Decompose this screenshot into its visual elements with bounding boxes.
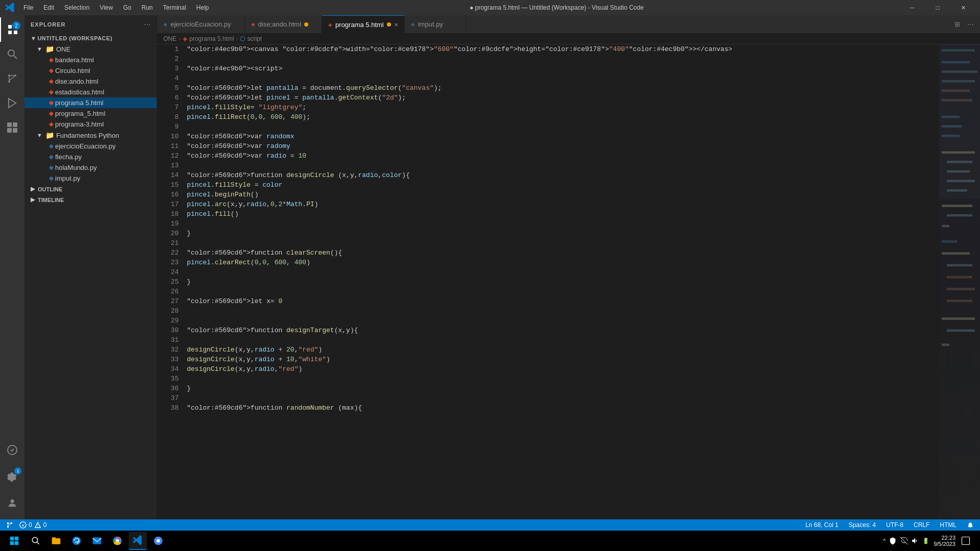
branch-status[interactable] — [4, 521, 15, 529]
menu-selection[interactable]: Selection — [60, 3, 93, 12]
minimize-button[interactable]: ─ — [900, 0, 924, 15]
error-count: 0 — [29, 521, 32, 529]
code-line: "color:#569cd6">function randomNumber (m… — [187, 403, 939, 413]
settings-item[interactable]: 1 — [0, 464, 24, 489]
sidebar-title: EXPLORER — [31, 21, 66, 28]
account-item[interactable] — [0, 491, 24, 515]
up-arrow[interactable]: ^ — [883, 538, 886, 544]
activity-test[interactable] — [0, 438, 24, 462]
status-errors[interactable]: ✕ 0 ! 0 — [19, 521, 46, 529]
activity-run[interactable] — [0, 91, 24, 115]
tab-actions: ⊞ ⋯ — [948, 15, 980, 33]
menu-file[interactable]: File — [19, 3, 37, 12]
language-mode[interactable]: HTML — [938, 521, 959, 529]
file-diseando[interactable]: ◈ dise;ando.html — [24, 76, 157, 87]
svg-rect-32 — [947, 276, 972, 279]
code-line: "color:#4ec9b0"><canvas "color:#9cdcfe">… — [187, 44, 939, 54]
split-editor-button[interactable]: ⊞ — [952, 19, 962, 29]
file-programa5b[interactable]: ◈ programa_5.html — [24, 108, 157, 119]
notification-center[interactable] — [960, 535, 972, 547]
minimap — [939, 44, 980, 519]
clock[interactable]: 22:23 9/5/2023 — [934, 535, 955, 547]
code-line: pincel.arc(x,y,radio,0,2*Math.PI) — [187, 199, 939, 209]
svg-rect-7 — [13, 122, 17, 127]
menu-view[interactable]: View — [95, 3, 117, 12]
menu-terminal[interactable]: Terminal — [159, 3, 190, 12]
folder-name: ONE — [56, 45, 70, 53]
taskbar-chrome2[interactable] — [149, 532, 167, 550]
maximize-button[interactable]: □ — [926, 0, 949, 15]
tab-programa5[interactable]: ◈ programa 5.html ✕ — [322, 15, 405, 33]
svg-rect-46 — [15, 537, 19, 541]
notifications[interactable] — [965, 521, 976, 529]
svg-point-49 — [32, 537, 38, 543]
outline-section: ▶ OUTLINE — [24, 184, 157, 194]
code-line — [187, 393, 939, 403]
tab-imput[interactable]: ◈ imput.py ✕ — [405, 15, 466, 33]
file-name: programa-3.html — [55, 120, 104, 128]
ln-col: Ln 68, Col 1 — [805, 521, 839, 529]
indentation[interactable]: Spaces: 4 — [847, 521, 878, 529]
tab-diseando[interactable]: ◈ dise;ando.html ✕ — [245, 15, 323, 33]
timeline-chevron: ▶ — [31, 196, 35, 203]
start-button[interactable] — [4, 531, 24, 551]
breadcrumb-file[interactable]: programa 5.html — [189, 35, 234, 42]
activity-search[interactable] — [0, 42, 24, 66]
folder-fundamentos[interactable]: ▼ 📁 Fundamentos Python — [24, 130, 157, 141]
code-line: "color:#569cd6">var radomy — [187, 141, 939, 151]
minimap-canvas — [939, 44, 980, 519]
tab-ejercicio[interactable]: ◈ ejercicioEcuacion.py ✕ — [157, 15, 245, 33]
breadcrumb-section[interactable]: script — [247, 35, 262, 42]
svg-rect-35 — [942, 317, 975, 320]
activity-explorer[interactable]: 2 — [0, 17, 24, 42]
taskbar-mail[interactable] — [88, 532, 106, 550]
line-numbers: 1234567891011121314151617181920212223242… — [157, 44, 183, 519]
taskbar-edge[interactable] — [67, 532, 86, 550]
taskbar-search[interactable] — [27, 532, 45, 550]
file-name: programa_5.html — [55, 110, 105, 117]
menu-go[interactable]: Go — [119, 3, 135, 12]
close-button[interactable]: ✕ — [951, 0, 975, 15]
code-line: designCircle(x,y,radio + 10,"white") — [187, 355, 939, 364]
html-icon: ◈ — [49, 57, 53, 63]
file-flecha[interactable]: ◈ flecha.py — [24, 152, 157, 162]
workspace-header[interactable]: ▼ UNTITLED (WORKSPACE) — [24, 33, 157, 43]
editor-container: 1234567891011121314151617181920212223242… — [157, 44, 980, 519]
folder-one[interactable]: ▼ 📁 ONE — [24, 43, 157, 55]
file-name: estadisticas.html — [55, 88, 104, 96]
cursor-position[interactable]: Ln 68, Col 1 — [803, 521, 841, 529]
tab-close[interactable]: ✕ — [394, 22, 398, 28]
file-bandera[interactable]: ◈ bandera.html — [24, 55, 157, 65]
activity-source-control[interactable] — [0, 66, 24, 91]
html-icon: ◈ — [49, 78, 53, 85]
taskbar-chrome[interactable] — [108, 532, 127, 550]
timeline-header[interactable]: ▶ TIMELINE — [24, 194, 157, 205]
file-circulo[interactable]: ◈ Circulo.html — [24, 65, 157, 76]
code-line: pincel.fillStyle= "lightgrey"; — [187, 103, 939, 112]
svg-rect-47 — [10, 541, 14, 545]
eol-label: CRLF — [914, 521, 929, 529]
outline-header[interactable]: ▶ OUTLINE — [24, 184, 157, 194]
file-ejercicio[interactable]: ◈ ejercicioEcuacion.py — [24, 141, 157, 152]
menu-run[interactable]: Run — [137, 3, 157, 12]
file-programa5[interactable]: ◈ programa 5.html — [24, 97, 157, 108]
encoding[interactable]: UTF-8 — [884, 521, 905, 529]
eol[interactable]: CRLF — [912, 521, 932, 529]
sidebar-header-icons: ⋯ — [144, 20, 151, 28]
file-holamundo[interactable]: ◈ holaMundo.py — [24, 162, 157, 173]
file-programa3[interactable]: ◈ programa-3.html — [24, 119, 157, 130]
code-area[interactable]: "color:#4ec9b0"><canvas "color:#9cdcfe">… — [183, 44, 939, 519]
menu-edit[interactable]: Edit — [39, 3, 58, 12]
file-estadisticas[interactable]: ◈ estadisticas.html — [24, 87, 157, 97]
activity-extensions[interactable] — [0, 115, 24, 140]
taskbar-files[interactable] — [47, 532, 65, 550]
more-actions-button[interactable]: ⋯ — [965, 19, 976, 29]
outline-chevron: ▶ — [31, 186, 35, 192]
menu-help[interactable]: Help — [192, 3, 213, 12]
taskbar-vscode[interactable] — [129, 532, 147, 550]
html-tab-icon: ◈ — [251, 21, 255, 27]
breadcrumb: ONE › ◈ programa 5.html › ⬡ script — [157, 33, 980, 44]
breadcrumb-one[interactable]: ONE — [163, 35, 177, 42]
file-imput[interactable]: ◈ imput.py — [24, 173, 157, 184]
new-file-icon[interactable]: ⋯ — [144, 20, 151, 28]
